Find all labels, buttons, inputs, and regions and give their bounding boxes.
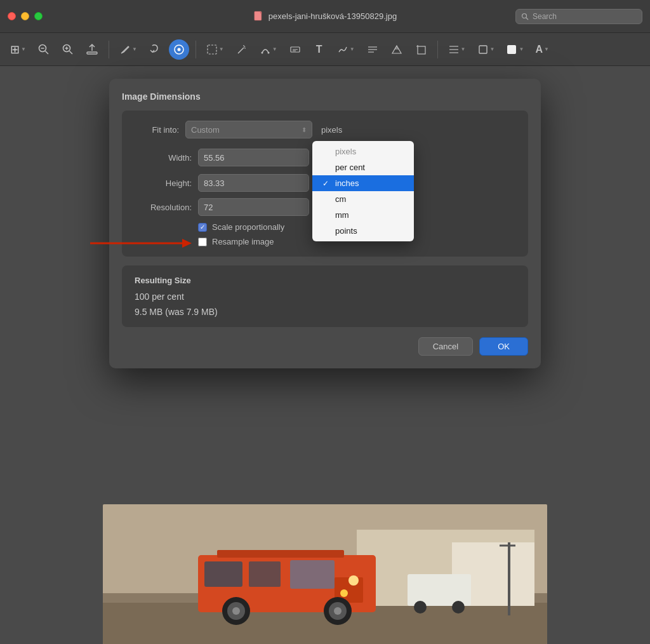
svg-marker-28	[394, 46, 399, 50]
dialog-backdrop: Image Dimensions Fit into: Custom ⬍ pixe…	[0, 66, 650, 644]
crop-icon	[415, 44, 427, 55]
zoom-in-button[interactable]	[58, 39, 78, 60]
selection-button[interactable]: ▼	[202, 39, 228, 60]
resample-image-label: Resample image	[212, 237, 274, 246]
arrow-svg	[84, 236, 192, 251]
scale-proportionally-label: Scale proportionally	[212, 222, 284, 232]
location-button[interactable]	[169, 39, 189, 60]
resulting-size-percent: 100 per cent	[135, 292, 515, 302]
crop-button[interactable]	[411, 39, 431, 60]
traffic-lights	[8, 12, 43, 20]
highlight-button[interactable]	[285, 39, 305, 60]
toolbar: ⊞ ▼ ▼	[0, 33, 650, 66]
height-label: Height:	[135, 178, 192, 188]
separator-2	[196, 41, 196, 58]
view-button[interactable]: ⊞ ▼	[6, 39, 30, 60]
adjust-button[interactable]	[387, 39, 407, 60]
resulting-size-bytes: 9.5 MB (was 7.9 MB)	[135, 307, 515, 317]
unit-display: pixels	[321, 125, 342, 135]
cancel-button[interactable]: Cancel	[418, 337, 473, 356]
check-empty-2	[322, 163, 331, 172]
align-text-button[interactable]	[362, 39, 383, 60]
main-content: Image Dimensions Fit into: Custom ⬍ pixe…	[0, 66, 650, 644]
svg-line-2	[526, 17, 529, 20]
wand-icon	[236, 44, 248, 55]
dialog-footer: Cancel OK	[122, 337, 528, 356]
resulting-size-title: Resulting Size	[135, 276, 515, 285]
unit-dropdown-menu: pixels per cent ✓ inches cm	[312, 141, 414, 241]
title-bar-center: pexels-jani-hrušková-13950829.jpg	[253, 11, 397, 22]
svg-point-20	[267, 51, 269, 53]
svg-rect-10	[87, 52, 97, 54]
svg-line-15	[238, 48, 244, 53]
resolution-input[interactable]	[198, 198, 309, 216]
sign-button[interactable]: ▼	[333, 39, 359, 60]
resample-checkbox[interactable]	[198, 238, 207, 246]
resulting-size-section: Resulting Size 100 per cent 9.5 MB (was …	[122, 265, 528, 327]
zoom-out-button[interactable]	[34, 39, 54, 60]
check-mark-icon: ✓	[322, 179, 331, 188]
svg-rect-29	[418, 46, 425, 54]
align-button[interactable]: ▼	[444, 39, 470, 60]
svg-marker-62	[182, 239, 192, 248]
svg-line-9	[69, 51, 72, 54]
svg-rect-35	[479, 46, 487, 53]
undo-icon	[149, 43, 161, 56]
svg-rect-36	[507, 45, 516, 54]
dialog-title: Image Dimensions	[122, 91, 528, 102]
search-icon	[521, 13, 529, 20]
text-icon: T	[316, 44, 322, 55]
separator-3	[437, 41, 438, 58]
search-bar[interactable]	[515, 9, 642, 24]
close-button[interactable]	[8, 12, 16, 20]
zoom-out-icon	[37, 43, 50, 56]
width-input[interactable]	[198, 149, 309, 166]
pen2-button[interactable]: ▼	[256, 39, 281, 60]
selection-icon	[206, 44, 218, 55]
separator-1	[109, 41, 109, 58]
option-inches[interactable]: ✓ inches	[312, 175, 414, 191]
wand-button[interactable]	[232, 39, 252, 60]
option-cm[interactable]: cm	[312, 191, 414, 207]
font-icon: A	[535, 44, 543, 55]
zoom-in-icon	[62, 43, 74, 56]
align-icon	[448, 44, 460, 55]
adjust-icon	[391, 44, 402, 55]
document-icon	[253, 11, 265, 22]
resolution-label: Resolution:	[135, 203, 192, 212]
check-empty-4	[322, 211, 331, 220]
text-button[interactable]: T	[309, 39, 329, 60]
title-bar: pexels-jani-hrušková-13950829.jpg	[0, 0, 650, 33]
option-points[interactable]: points	[312, 223, 414, 239]
fit-into-dropdown[interactable]: Custom ⬍	[185, 121, 312, 138]
window-title: pexels-jani-hrušková-13950829.jpg	[269, 11, 397, 21]
option-pixels[interactable]: pixels	[312, 144, 414, 159]
highlight-icon	[289, 44, 301, 55]
option-mm[interactable]: mm	[312, 207, 414, 223]
maximize-button[interactable]	[34, 12, 43, 20]
font-button[interactable]: A ▼	[531, 39, 552, 60]
svg-point-1	[522, 13, 527, 18]
dimensions-section: Fit into: Custom ⬍ pixels pixels	[122, 111, 528, 257]
location-icon	[173, 44, 185, 55]
width-label: Width:	[135, 153, 192, 163]
pen-button[interactable]: ▼	[116, 39, 141, 60]
border-button[interactable]: ▼	[474, 39, 499, 60]
search-input[interactable]	[533, 12, 637, 21]
border-icon	[477, 44, 489, 55]
svg-point-13	[177, 48, 180, 51]
option-per-cent[interactable]: per cent	[312, 159, 414, 175]
scale-checkbox[interactable]: ✓	[198, 223, 207, 232]
ok-button[interactable]: OK	[479, 337, 528, 356]
fit-into-value: Custom	[191, 125, 220, 135]
color-icon	[506, 44, 517, 55]
svg-line-5	[45, 51, 48, 54]
color-button[interactable]: ▼	[502, 39, 527, 60]
check-empty-3	[322, 195, 331, 204]
undo-button[interactable]	[145, 39, 165, 60]
height-input[interactable]	[198, 174, 309, 192]
export-button[interactable]	[82, 39, 102, 60]
check-empty-5	[322, 227, 331, 236]
minimize-button[interactable]	[21, 12, 29, 20]
pen2-icon	[260, 44, 271, 55]
